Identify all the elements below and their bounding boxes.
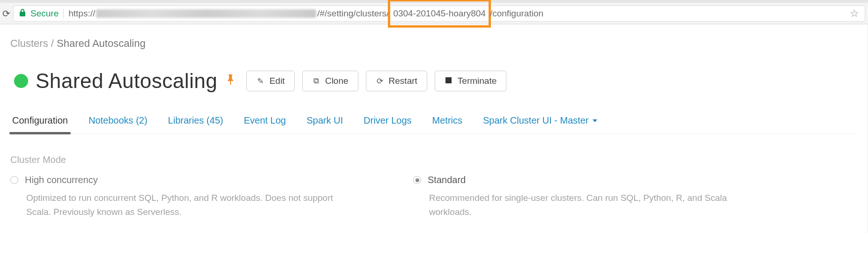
radio-high-concurrency[interactable]: [10, 176, 18, 184]
breadcrumb: Clusters / Shared Autoscaling: [10, 37, 857, 50]
cluster-id-highlight: 0304-201045-hoary804: [388, 0, 491, 28]
tabs: Configuration Notebooks (2) Libraries (4…: [10, 112, 857, 134]
radio-standard[interactable]: [413, 176, 421, 184]
url-field[interactable]: Secure https:// /#/setting/clusters/ 030…: [13, 6, 865, 22]
tab-spark-ui[interactable]: Spark UI: [306, 112, 344, 133]
tab-event-log[interactable]: Event Log: [243, 112, 287, 133]
browser-address-bar: ⟳ Secure https:// /#/setting/clusters/ 0…: [0, 0, 868, 24]
pencil-icon: ✎: [256, 76, 265, 86]
radio-label-standard: Standard: [428, 175, 466, 185]
breadcrumb-current: Shared Autoscaling: [57, 37, 146, 49]
mode-option-high-concurrency: High concurrency Optimized to run concur…: [10, 175, 348, 220]
tab-spark-cluster-ui-master[interactable]: Spark Cluster UI - Master: [482, 112, 598, 133]
cluster-mode-options: High concurrency Optimized to run concur…: [10, 175, 857, 220]
page-content: Clusters / Shared Autoscaling Shared Aut…: [0, 24, 868, 233]
page-title: Shared Autoscaling: [36, 69, 217, 93]
section-label-cluster-mode: Cluster Mode: [10, 155, 857, 165]
mode-desc-high-concurrency: Optimized to run concurrent SQL, Python,…: [10, 191, 348, 220]
tab-configuration[interactable]: Configuration: [11, 112, 69, 133]
refresh-icon[interactable]: ⟳: [0, 8, 10, 19]
radio-label-high-concurrency: High concurrency: [25, 175, 98, 185]
pin-icon[interactable]: [227, 74, 234, 88]
lock-icon: [19, 9, 26, 18]
chevron-down-icon: [593, 119, 597, 122]
breadcrumb-root[interactable]: Clusters: [10, 37, 48, 49]
terminate-button[interactable]: Terminate: [435, 71, 506, 91]
clone-button[interactable]: ⧉ Clone: [302, 71, 358, 91]
url-separator: [63, 9, 64, 18]
title-row: Shared Autoscaling ✎ Edit ⧉ Clone ⟳ Rest…: [10, 69, 857, 93]
edit-button[interactable]: ✎ Edit: [246, 71, 295, 91]
refresh-icon: ⟳: [376, 76, 384, 86]
stop-icon: [445, 76, 453, 86]
mode-desc-standard: Recommended for single-user clusters. Ca…: [413, 191, 750, 220]
url-text: https:// /#/setting/clusters/ 0304-20104…: [68, 8, 543, 19]
mode-option-standard: Standard Recommended for single-user clu…: [413, 175, 750, 220]
restart-button[interactable]: ⟳ Restart: [366, 71, 427, 91]
copy-icon: ⧉: [312, 76, 320, 86]
secure-label: Secure: [30, 8, 59, 19]
status-indicator-running: [14, 74, 28, 88]
tab-notebooks[interactable]: Notebooks (2): [88, 112, 148, 133]
tab-driver-logs[interactable]: Driver Logs: [363, 112, 412, 133]
tab-libraries[interactable]: Libraries (45): [167, 112, 224, 133]
tab-metrics[interactable]: Metrics: [431, 112, 463, 133]
blurred-domain: [96, 9, 316, 18]
bookmark-star-icon[interactable]: ☆: [850, 7, 859, 20]
